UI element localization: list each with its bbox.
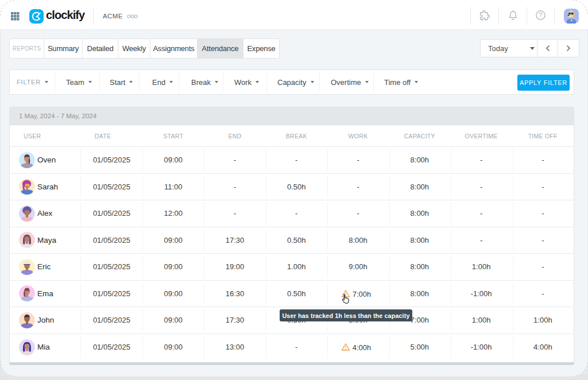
svg-text:?: ? [539, 11, 543, 18]
